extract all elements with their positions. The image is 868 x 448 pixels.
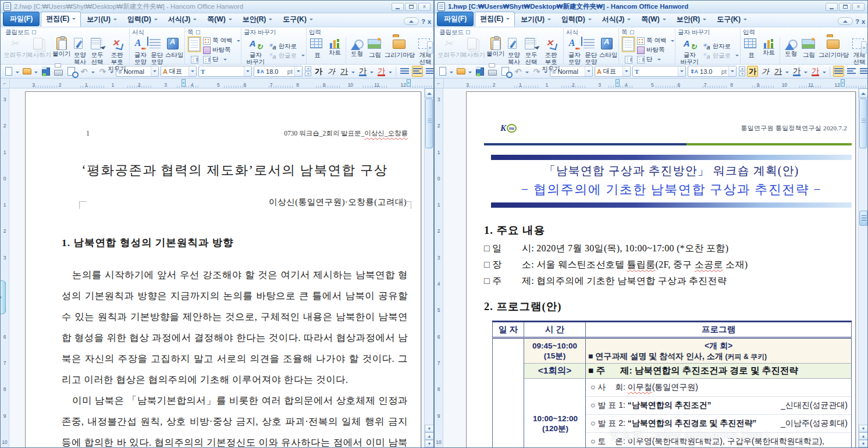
tab-selector[interactable]: ⌐ bbox=[435, 79, 444, 88]
align-left-button[interactable] bbox=[412, 66, 423, 77]
chart-button[interactable]: 차트 bbox=[760, 36, 778, 66]
style-button[interactable]: 스타일 bbox=[599, 36, 617, 66]
document-tab-handle[interactable] bbox=[859, 211, 867, 226]
para-shape-button[interactable]: 문단 모양 bbox=[583, 36, 600, 66]
document-page[interactable]: Knu 통일연구원 통일정책연구실 2020.7.2 「남북연합 구상과 추진방… bbox=[466, 91, 856, 447]
scroll-up-button[interactable] bbox=[425, 88, 433, 98]
para-shape-button[interactable]: 문단 모양 bbox=[149, 36, 166, 66]
menu-security[interactable]: 보안(R) bbox=[238, 13, 278, 27]
char-shape-button[interactable]: 글자 모양 bbox=[566, 36, 583, 66]
menu-security[interactable]: 보안(R) bbox=[672, 13, 712, 27]
prev-page-button[interactable]: ▲ bbox=[859, 432, 867, 440]
menu-tools[interactable]: 도구(K) bbox=[278, 13, 318, 27]
page-margin-button[interactable]: 쪽 여백 bbox=[637, 37, 674, 45]
base-page-button[interactable]: 바탕쪽 bbox=[637, 46, 674, 55]
close-button[interactable]: × bbox=[852, 3, 865, 11]
save-button[interactable] bbox=[40, 66, 51, 77]
document-area[interactable]: 321012345678910111213 Knu 통일연구원 통일정책연구실 … bbox=[435, 88, 867, 447]
close-button[interactable]: × bbox=[418, 3, 431, 11]
document-page[interactable]: 1 0730 워크숍_2회의 발표문_이상신_오창룡 ‘평화공존과 협력의 제도… bbox=[25, 91, 421, 447]
table-button[interactable]: 표 bbox=[309, 36, 326, 66]
align-center-button[interactable] bbox=[425, 66, 434, 77]
char-shape-button[interactable]: 글자 모양 bbox=[132, 36, 149, 66]
help-button[interactable]: ? bbox=[421, 18, 425, 25]
highlight-color-button[interactable]: 가 bbox=[810, 66, 821, 77]
print-button[interactable] bbox=[487, 66, 498, 77]
erase-marks-button[interactable]: 조판 부호 지우기 bbox=[540, 36, 562, 73]
print-button[interactable] bbox=[53, 66, 64, 77]
menu-page[interactable]: 쪽(W) bbox=[636, 13, 670, 27]
columns-icon[interactable] bbox=[191, 56, 198, 63]
help-button[interactable]: ? bbox=[855, 18, 859, 25]
undo-button[interactable] bbox=[513, 66, 524, 77]
menu-page[interactable]: 쪽(W) bbox=[202, 13, 236, 27]
collapse-ribbon-button[interactable] bbox=[838, 17, 853, 25]
maximize-button[interactable] bbox=[839, 3, 851, 11]
columns-button[interactable]: 단 bbox=[203, 55, 240, 64]
page-icon[interactable] bbox=[622, 37, 634, 51]
font-size-select[interactable]: ⇕A18.0pt bbox=[254, 66, 303, 77]
picture-button[interactable]: 그림 bbox=[366, 36, 384, 66]
horizontal-ruler[interactable]: 321123456789101112131415 bbox=[10, 79, 433, 88]
menu-format[interactable]: 서식(J) bbox=[597, 13, 636, 27]
char-color-button[interactable]: 가 bbox=[791, 66, 802, 77]
align-center-button[interactable] bbox=[859, 66, 868, 77]
new-document-button[interactable] bbox=[437, 66, 448, 77]
menu-format[interactable]: 서식(J) bbox=[163, 13, 202, 27]
scroll-thumb[interactable] bbox=[425, 98, 433, 148]
rep-style-select[interactable]: A대표 bbox=[595, 66, 631, 77]
preview-button[interactable] bbox=[66, 66, 77, 77]
menu-view[interactable]: 보기(U) bbox=[82, 13, 122, 27]
undo-button[interactable] bbox=[79, 66, 90, 77]
open-button[interactable] bbox=[456, 66, 467, 77]
new-document-button[interactable] bbox=[3, 66, 14, 77]
shape-button[interactable]: 도형 bbox=[782, 36, 800, 66]
align-justify-button[interactable] bbox=[833, 66, 844, 77]
drawing-button[interactable]: 그리기마당 bbox=[384, 36, 415, 66]
scroll-down-button[interactable]: ▼ bbox=[425, 425, 433, 432]
font-size-select[interactable]: ⇕A13.0pt bbox=[688, 66, 737, 77]
minimize-button[interactable] bbox=[826, 3, 838, 11]
close-doc-button[interactable]: x bbox=[428, 18, 431, 25]
prev-page-button[interactable]: ▲ bbox=[425, 432, 433, 440]
bold-button[interactable]: 가 bbox=[747, 66, 758, 77]
to-hanja-button[interactable]: 한자로 bbox=[269, 42, 305, 51]
page-margin-button[interactable]: 쪽 여백 bbox=[203, 37, 240, 45]
preview-button[interactable] bbox=[500, 66, 511, 77]
to-hanja-button[interactable]: 한자로 bbox=[703, 42, 739, 51]
menu-tools[interactable]: 도구(K) bbox=[712, 13, 752, 27]
erase-marks-button[interactable]: 조판 부호 지우기 bbox=[106, 36, 128, 73]
to-hangul-button[interactable]: 한글로 bbox=[269, 51, 305, 60]
menu-file[interactable]: 파일(F) bbox=[437, 12, 474, 26]
panel-handle[interactable] bbox=[1, 280, 6, 314]
save-button[interactable] bbox=[474, 66, 485, 77]
highlight-color-button[interactable]: 가 bbox=[376, 66, 387, 77]
bold-button[interactable]: 가 bbox=[313, 66, 324, 77]
char-replace-button[interactable]: 글자 바꾸기 bbox=[678, 36, 702, 66]
tab-selector[interactable]: ⌐ bbox=[1, 79, 10, 88]
vertical-scrollbar[interactable]: ▼ ▲ ▼ bbox=[858, 88, 867, 447]
open-button[interactable] bbox=[22, 66, 33, 77]
shape-button[interactable]: 도형 bbox=[348, 36, 366, 66]
rep-style-select[interactable]: A대표 bbox=[161, 66, 197, 77]
scroll-down-button[interactable]: ▼ bbox=[859, 425, 867, 432]
chart-button[interactable]: 차트 bbox=[326, 36, 344, 66]
vertical-ruler[interactable]: 321012345678910111213 bbox=[1, 88, 9, 447]
horizontal-ruler[interactable]: 321123456789101112131415 bbox=[444, 79, 867, 88]
dialog-launcher-icon[interactable] bbox=[630, 30, 634, 34]
menu-file[interactable]: 파일(F) bbox=[3, 12, 40, 26]
picture-button[interactable]: 그림 bbox=[800, 36, 818, 66]
char-replace-button[interactable]: 글자 바꾸기 bbox=[244, 36, 268, 66]
align-justify-button[interactable] bbox=[399, 66, 410, 77]
size-spinner[interactable] bbox=[739, 66, 745, 76]
font-select[interactable]: T bbox=[198, 66, 252, 77]
document-area[interactable]: 321012345678910111213 1 0730 워크숍_2회의 발표문… bbox=[1, 88, 433, 447]
align-left-button[interactable] bbox=[846, 66, 857, 77]
page-icon[interactable] bbox=[188, 37, 200, 51]
menu-input[interactable]: 입력(D) bbox=[123, 13, 162, 27]
dialog-launcher-icon[interactable] bbox=[196, 30, 200, 34]
vertical-ruler[interactable]: 321012345678910111213 bbox=[435, 88, 443, 447]
base-page-button[interactable]: 바탕쪽 bbox=[203, 46, 240, 55]
italic-button[interactable]: 가 bbox=[326, 66, 337, 77]
italic-button[interactable]: 가 bbox=[760, 66, 771, 77]
